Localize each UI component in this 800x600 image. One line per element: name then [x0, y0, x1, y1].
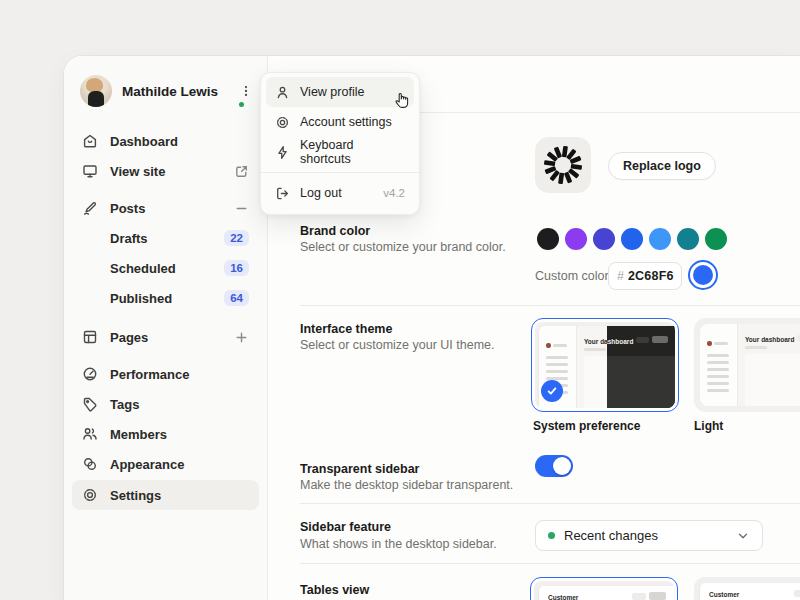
menu-item-account-settings[interactable]: Account settings	[266, 107, 414, 137]
sidebar-item-published[interactable]: Published 64	[72, 283, 259, 313]
replace-logo-button[interactable]: Replace logo	[608, 152, 716, 180]
users-icon	[82, 426, 98, 442]
sidebar-item-tags[interactable]: Tags	[72, 389, 259, 419]
theme-option-light[interactable]: Your dashboard	[694, 318, 800, 412]
preview-heading: Your dashboard	[745, 336, 794, 343]
published-count-badge: 64	[224, 290, 249, 306]
interface-theme-title: Interface theme	[300, 322, 392, 336]
sidebar-item-posts[interactable]: Posts	[72, 193, 259, 223]
menu-divider	[261, 172, 419, 173]
preview-heading: Customer	[709, 591, 739, 598]
brand-color-swatches	[537, 228, 727, 250]
color-swatch[interactable]	[537, 228, 559, 250]
scheduled-count-badge: 16	[224, 260, 249, 276]
transparent-sidebar-toggle[interactable]	[535, 455, 573, 477]
sidebar: Mathilde Lewis Dashboard View site Posts	[64, 56, 268, 600]
tables-view-title: Tables view	[300, 583, 369, 597]
gear-icon	[275, 115, 290, 130]
tables-view-option-selected[interactable]: Customer	[530, 577, 678, 600]
sidebar-item-label: Members	[110, 427, 167, 442]
theme-preview: Your dashboard	[700, 324, 800, 406]
table-preview: Customer	[700, 583, 800, 600]
sidebar-item-settings[interactable]: Settings	[72, 480, 259, 510]
sidebar-feature-description: What shows in the desktop sidebar.	[300, 537, 497, 551]
chevron-down-icon	[736, 529, 750, 543]
user-name: Mathilde Lewis	[122, 84, 218, 99]
bolt-icon	[275, 145, 290, 160]
custom-color-selected-swatch[interactable]	[688, 260, 718, 290]
color-swatch[interactable]	[677, 228, 699, 250]
interface-theme-description: Select or customize your UI theme.	[300, 338, 495, 352]
sidebar-item-performance[interactable]: Performance	[72, 359, 259, 389]
hex-value: 2C68F6	[628, 269, 674, 283]
sidebar-item-label: Dashboard	[110, 134, 178, 149]
table-preview: Customer	[539, 586, 674, 600]
menu-item-label: Account settings	[300, 115, 392, 129]
hash-prefix: #	[617, 269, 624, 283]
sidebar-item-label: Scheduled	[110, 261, 176, 276]
app-version: v4.2	[383, 187, 405, 199]
user-row: Mathilde Lewis	[80, 75, 257, 107]
sidebar-item-label: Drafts	[110, 231, 148, 246]
menu-item-keyboard-shortcuts[interactable]: Keyboard shortcuts	[266, 137, 414, 167]
collapse-minus-icon[interactable]	[234, 201, 249, 216]
custom-color-input[interactable]: # 2C68F6	[608, 262, 682, 290]
sidebar-item-label: Settings	[110, 488, 161, 503]
sidebar-item-label: Appearance	[110, 457, 184, 472]
preview-heading: Customer	[548, 594, 578, 600]
gauge-icon	[82, 366, 98, 382]
color-swatch[interactable]	[705, 228, 727, 250]
sidebar-item-pages[interactable]: Pages	[72, 322, 259, 352]
home-icon	[82, 133, 98, 149]
sidebar-item-appearance[interactable]: Appearance	[72, 449, 259, 479]
layout-icon	[82, 329, 98, 345]
transparent-sidebar-description: Make the desktop sidebar transparent.	[300, 478, 513, 492]
sidebar-item-label: Posts	[110, 201, 145, 216]
color-swatch[interactable]	[565, 228, 587, 250]
user-menu-kebab-icon[interactable]	[235, 80, 257, 102]
color-swatch[interactable]	[649, 228, 671, 250]
profile-dropdown-menu: View profile Account settings Keyboard s…	[260, 72, 420, 215]
sidebar-item-label: Pages	[110, 330, 148, 345]
menu-item-label: View profile	[300, 85, 364, 99]
person-icon	[275, 85, 290, 100]
brand-color-description: Select or customize your brand color.	[300, 240, 506, 254]
sidebar-item-scheduled[interactable]: Scheduled 16	[72, 253, 259, 283]
theme-label-light: Light	[694, 419, 723, 433]
sidebar-item-dashboard[interactable]: Dashboard	[72, 126, 259, 156]
sidebar-item-members[interactable]: Members	[72, 419, 259, 449]
menu-item-label: Keyboard shortcuts	[300, 138, 405, 166]
sidebar-nav: Dashboard View site Posts Drafts 22 Sche…	[72, 126, 259, 510]
monitor-icon	[82, 163, 98, 179]
sidebar-item-drafts[interactable]: Drafts 22	[72, 223, 259, 253]
sidebar-item-label: View site	[110, 164, 165, 179]
menu-item-view-profile[interactable]: View profile	[266, 77, 414, 107]
transparent-sidebar-title: Transparent sidebar	[300, 462, 420, 476]
brand-color-title: Brand color	[300, 224, 370, 238]
tables-view-option-alt[interactable]: Customer	[694, 577, 800, 600]
logout-icon	[275, 186, 290, 201]
sidebar-feature-title: Sidebar feature	[300, 520, 391, 534]
circles-icon	[82, 456, 98, 472]
external-link-icon[interactable]	[234, 164, 249, 179]
menu-item-label: Log out	[300, 186, 342, 200]
add-plus-icon[interactable]	[234, 330, 249, 345]
color-swatch[interactable]	[593, 228, 615, 250]
sidebar-item-view-site[interactable]: View site	[72, 156, 259, 186]
sidebar-item-label: Performance	[110, 367, 189, 382]
sidebar-feature-select[interactable]: Recent changes	[535, 520, 763, 551]
drafts-count-badge: 22	[224, 230, 249, 246]
pen-icon	[82, 200, 98, 216]
section-divider	[300, 503, 800, 504]
selected-check-icon	[541, 380, 563, 402]
select-value: Recent changes	[564, 528, 658, 543]
gear-icon	[82, 487, 98, 503]
menu-item-log-out[interactable]: Log out v4.2	[266, 178, 414, 208]
sidebar-item-label: Published	[110, 291, 172, 306]
color-swatch[interactable]	[621, 228, 643, 250]
avatar	[80, 75, 112, 107]
app-window: Mathilde Lewis Dashboard View site Posts	[64, 56, 800, 600]
section-divider	[300, 563, 800, 564]
theme-option-system-preference[interactable]: Your dashboard Your dashboard	[531, 318, 679, 412]
starburst-logo-icon: /**/	[543, 145, 583, 185]
